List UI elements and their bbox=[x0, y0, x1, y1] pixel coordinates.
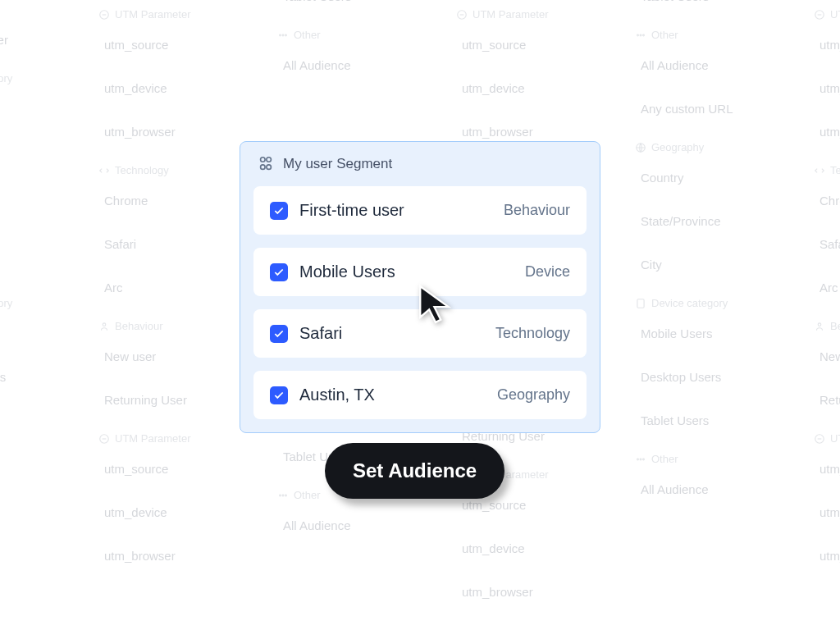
bg-item: All Audience bbox=[625, 46, 797, 84]
bg-item: Any bbox=[0, 202, 82, 240]
bg-item bbox=[0, 133, 82, 171]
segment-row-first-time-user[interactable]: First-time user Behaviour bbox=[253, 186, 587, 235]
bg-heading: Device category bbox=[625, 289, 797, 314]
bg-heading: Device category bbox=[0, 64, 82, 89]
svg-point-13 bbox=[282, 495, 284, 496]
bg-item: utm_source bbox=[446, 25, 619, 64]
bg-heading: Behaviour bbox=[804, 312, 840, 337]
bg-item: Desktop Users bbox=[0, 358, 82, 396]
bg-heading: Geography bbox=[625, 133, 797, 158]
svg-point-14 bbox=[285, 495, 287, 496]
bg-item: utm_browser bbox=[804, 112, 840, 151]
bg-item: Any custom URL bbox=[625, 89, 797, 128]
svg-point-23 bbox=[640, 459, 641, 460]
bg-heading: Other bbox=[267, 21, 440, 46]
svg-point-18 bbox=[640, 34, 641, 36]
bg-heading: UTM Parameter bbox=[89, 424, 261, 450]
segment-label: First-time user bbox=[299, 201, 492, 220]
segment-row-safari[interactable]: Safari Technology bbox=[253, 309, 587, 358]
check-icon bbox=[273, 267, 285, 278]
bg-item: Tablet bbox=[0, 401, 82, 440]
bg-heading: Behaviour bbox=[89, 312, 261, 337]
bg-item: Tablet Users bbox=[267, 0, 440, 16]
bg-item: Tablet Users bbox=[625, 0, 797, 16]
bg-item: utm_browser bbox=[804, 536, 840, 575]
svg-point-26 bbox=[818, 322, 821, 326]
bg-heading: URL bbox=[0, 176, 82, 202]
checkbox-checked[interactable] bbox=[270, 202, 288, 220]
segment-category: Geography bbox=[497, 386, 570, 404]
svg-point-10 bbox=[282, 34, 284, 36]
bg-heading: UTM Parameter bbox=[804, 0, 840, 25]
bg-item: State/Province bbox=[625, 202, 797, 240]
bg-item: Mobile Users bbox=[0, 314, 82, 353]
svg-point-24 bbox=[643, 459, 645, 460]
check-icon bbox=[273, 328, 285, 340]
check-icon bbox=[273, 205, 285, 217]
svg-point-29 bbox=[267, 158, 272, 162]
bg-item: utm_source bbox=[804, 25, 840, 64]
svg-point-28 bbox=[261, 158, 266, 162]
bg-item: utm_device bbox=[446, 529, 619, 568]
bg-heading: Technology bbox=[804, 156, 840, 181]
bg-item: Returning User bbox=[89, 381, 261, 419]
svg-rect-21 bbox=[637, 299, 644, 308]
bg-item: utm_device bbox=[446, 69, 619, 107]
set-audience-button[interactable]: Set Audience bbox=[325, 443, 504, 499]
segment-label: Safari bbox=[299, 324, 484, 343]
segment-title: My user Segment bbox=[283, 156, 392, 172]
svg-point-31 bbox=[267, 165, 272, 170]
bg-item: All Audience bbox=[267, 46, 440, 84]
checkbox-checked[interactable] bbox=[270, 325, 288, 343]
bg-item: utm_source bbox=[89, 450, 261, 488]
bg-item: New user bbox=[804, 337, 840, 376]
segment-row-mobile-users[interactable]: Mobile Users Device bbox=[253, 248, 587, 296]
bg-column: UTM Parameterutm_sourceutm_deviceutm_bro… bbox=[89, 0, 261, 630]
bg-item: Safari bbox=[89, 225, 261, 263]
svg-point-11 bbox=[285, 34, 287, 36]
bg-item: utm_source bbox=[804, 450, 840, 488]
svg-point-12 bbox=[280, 495, 281, 496]
bg-item: Returning User bbox=[0, 21, 82, 59]
segment-label: Austin, TX bbox=[299, 386, 486, 404]
check-icon bbox=[273, 390, 285, 401]
bg-item: Chrome bbox=[89, 181, 261, 220]
bg-item: Chrome bbox=[804, 181, 840, 220]
bg-item bbox=[267, 89, 440, 128]
bg-item: Desktop Users bbox=[625, 358, 797, 396]
bg-item: Mobile Users bbox=[625, 314, 797, 353]
segment-category: Technology bbox=[495, 325, 570, 342]
bg-item: utm_device bbox=[804, 69, 840, 107]
bg-item: utm_device bbox=[804, 493, 840, 532]
users-icon bbox=[257, 155, 275, 173]
bg-item: All Audience bbox=[625, 470, 797, 509]
bg-item: City bbox=[625, 245, 797, 284]
bg-heading: Technology bbox=[89, 156, 261, 181]
bg-column: Returning UserDevice category URLAny Dev… bbox=[0, 0, 82, 630]
bg-item bbox=[0, 245, 82, 284]
svg-point-30 bbox=[261, 165, 266, 170]
checkbox-checked[interactable] bbox=[270, 386, 288, 404]
bg-heading: UTM Parameter bbox=[89, 0, 261, 25]
bg-item: Safari bbox=[804, 225, 840, 263]
bg-heading bbox=[0, 445, 82, 469]
segment-category: Device bbox=[525, 263, 570, 281]
bg-heading: Device category bbox=[0, 289, 82, 314]
bg-item: utm_device bbox=[89, 493, 261, 532]
bg-item: utm_browser bbox=[89, 536, 261, 575]
checkbox-checked[interactable] bbox=[270, 263, 288, 281]
bg-item bbox=[0, 89, 82, 128]
segment-category: Behaviour bbox=[504, 202, 570, 219]
bg-item: All Audience bbox=[267, 506, 440, 545]
svg-point-22 bbox=[637, 459, 639, 460]
svg-point-7 bbox=[103, 322, 106, 326]
svg-point-17 bbox=[637, 34, 639, 36]
segment-row-austin-tx[interactable]: Austin, TX Geography bbox=[253, 371, 587, 419]
bg-item: New user bbox=[89, 337, 261, 376]
bg-item bbox=[0, 0, 82, 16]
bg-item: utm_device bbox=[89, 69, 261, 107]
bg-item: Country bbox=[625, 158, 797, 197]
bg-column: Tablet UsersOtherAll AudienceAny custom … bbox=[625, 0, 797, 630]
bg-heading: Other bbox=[625, 445, 797, 470]
segment-header: My user Segment bbox=[253, 155, 587, 173]
